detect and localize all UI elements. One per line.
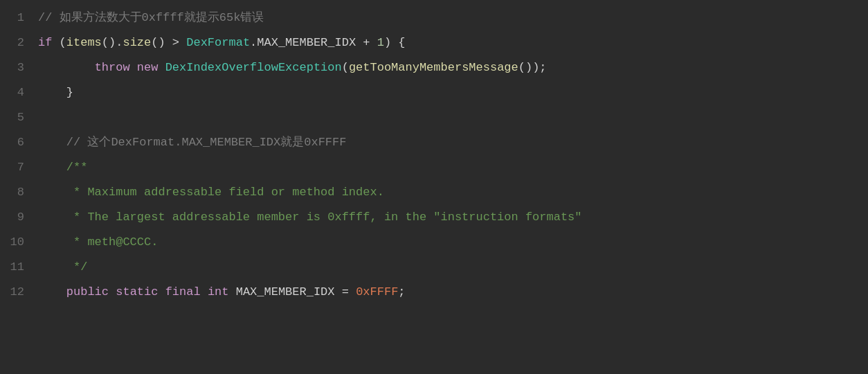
- paren-exception: (: [342, 61, 349, 74]
- keyword-public: public: [38, 285, 109, 299]
- line-number-6: 6: [0, 133, 38, 152]
- javadoc-line-9: * The largest addressable member is 0xff…: [38, 211, 582, 224]
- code-line-12: 12 public static final int MAX_MEMBER_ID…: [0, 281, 868, 306]
- method-size: size: [123, 36, 151, 49]
- line-content-11: */: [38, 258, 868, 276]
- line-number-11: 11: [0, 258, 38, 276]
- code-line-8: 8 * Maximum addressable field or method …: [0, 181, 868, 206]
- code-editor: 1 // 如果方法数大于0xffff就提示65k错误 2 if (items()…: [0, 0, 868, 374]
- line-content-12: public static final int MAX_MEMBER_IDX =…: [38, 283, 868, 301]
- code-line-6: 6 // 这个DexFormat.MAX_MEMBER_IDX就是0xFFFF: [0, 132, 868, 157]
- space-12b: [158, 285, 165, 299]
- line-content-10: * meth@CCCC.: [38, 233, 868, 251]
- indent-3: [38, 61, 95, 74]
- line-content-4: }: [38, 83, 868, 102]
- paren-items: ().: [102, 36, 123, 49]
- paren-close-3: ());: [518, 61, 547, 74]
- space-3b: [158, 61, 165, 74]
- line-number-9: 9: [0, 208, 38, 226]
- brace-close-4: }: [38, 86, 73, 99]
- javadoc-line-8: * Maximum addressable field or method in…: [38, 186, 384, 199]
- max-member-idx: MAX_MEMBER_IDX =: [228, 285, 356, 299]
- code-line-4: 4 }: [0, 82, 868, 107]
- keyword-final: final: [165, 285, 201, 299]
- keyword-if: if: [38, 36, 52, 49]
- line-content-6: // 这个DexFormat.MAX_MEMBER_IDX就是0xFFFF: [38, 133, 868, 152]
- comment-6: // 这个DexFormat.MAX_MEMBER_IDX就是0xFFFF: [38, 136, 346, 149]
- space-3: [130, 61, 137, 74]
- line-content-9: * The largest addressable member is 0xff…: [38, 208, 868, 226]
- line-content-2: if (items().size() > DexFormat.MAX_MEMBE…: [38, 33, 868, 52]
- line-content-5: [38, 108, 868, 127]
- javadoc-close: */: [38, 260, 87, 274]
- line-content-7: /**: [38, 158, 868, 177]
- code-line-3: 3 throw new DexIndexOverflowException(ge…: [0, 57, 868, 82]
- hex-value-ffff: 0xFFFF: [356, 285, 398, 299]
- code-line-1: 1 // 如果方法数大于0xffff就提示65k错误: [0, 7, 868, 32]
- comment-1: // 如果方法数大于0xffff就提示65k错误: [38, 11, 264, 24]
- code-line-9: 9 * The largest addressable member is 0x…: [0, 206, 868, 231]
- number-1: 1: [377, 36, 384, 49]
- code-line-11: 11 */: [0, 256, 868, 281]
- line-number-2: 2: [0, 33, 38, 52]
- paren-open: (: [52, 36, 66, 49]
- keyword-new: new: [137, 61, 159, 74]
- line-number-10: 10: [0, 233, 38, 251]
- line-number-7: 7: [0, 158, 38, 177]
- code-line-5: 5: [0, 107, 868, 132]
- brace-open: ) {: [384, 36, 406, 49]
- line-content-3: throw new DexIndexOverflowException(getT…: [38, 58, 868, 77]
- keyword-int: int: [208, 285, 229, 299]
- line-number-8: 8: [0, 183, 38, 202]
- code-line-7: 7 /**: [0, 157, 868, 181]
- space-12c: [201, 285, 208, 299]
- method-gettoomanymembers: getTooManyMembersMessage: [349, 61, 518, 74]
- keyword-throw: throw: [95, 61, 130, 74]
- size-paren: () >: [151, 36, 186, 49]
- line-number-4: 4: [0, 83, 38, 102]
- line-content-1: // 如果方法数大于0xffff就提示65k错误: [38, 8, 868, 27]
- dot-max: .MAX_MEMBER_IDX +: [250, 36, 377, 49]
- line-number-1: 1: [0, 8, 38, 27]
- javadoc-line-10: * meth@CCCC.: [38, 235, 158, 249]
- space-12a: [109, 285, 116, 299]
- line-number-12: 12: [0, 283, 38, 301]
- code-line-2: 2 if (items().size() > DexFormat.MAX_MEM…: [0, 32, 868, 57]
- class-dexindexoverflow: DexIndexOverflowException: [165, 61, 342, 74]
- line-number-3: 3: [0, 58, 38, 77]
- keyword-static: static: [116, 285, 158, 299]
- method-items: items: [66, 36, 102, 49]
- line-number-5: 5: [0, 108, 38, 127]
- code-line-10: 10 * meth@CCCC.: [0, 231, 868, 256]
- class-dexformat: DexFormat: [186, 36, 250, 49]
- semicolon-12: ;: [398, 285, 405, 299]
- line-content-8: * Maximum addressable field or method in…: [38, 183, 868, 202]
- javadoc-open: /**: [38, 161, 87, 174]
